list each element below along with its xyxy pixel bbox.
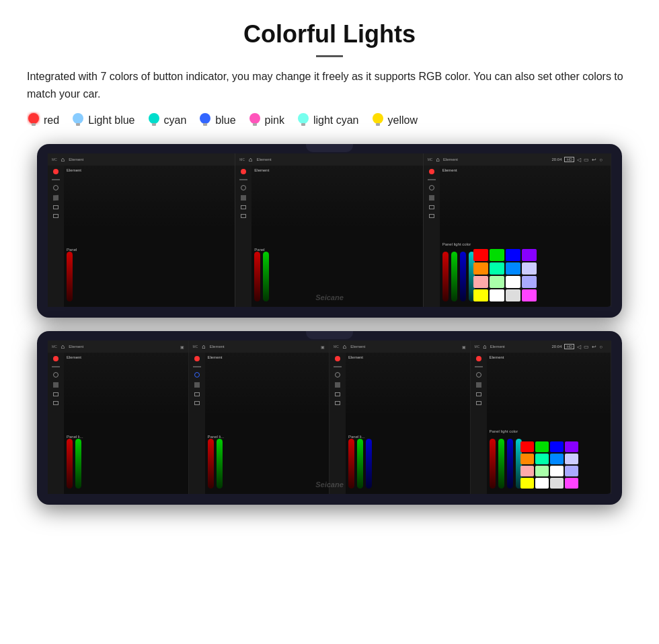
- title-section: Colorful Lights: [27, 20, 632, 57]
- sp-main-1: Element Panel: [64, 166, 235, 307]
- device-bump-bottom: [306, 331, 353, 339]
- sp-body-b1: Element Panel li...: [48, 353, 188, 494]
- bg-r3c3[interactable]: [550, 466, 564, 476]
- grid-cell-r4c1[interactable]: [473, 289, 488, 301]
- sp-topbar-2: MC ⌂ Element: [235, 153, 422, 166]
- sp-topbar-b4: MC ⌂ Element 20:04 HD ◁ ▭ ↩ ○: [471, 341, 611, 353]
- grid-cell-r3c1[interactable]: [473, 276, 488, 288]
- bg-r3c1[interactable]: [520, 466, 534, 476]
- grid-cell-r4c3[interactable]: [506, 289, 520, 301]
- page-container: Colorful Lights Integrated with 7 colors…: [0, 0, 659, 545]
- grid-cell-r2c1[interactable]: [473, 262, 488, 275]
- bg-r4c2[interactable]: [535, 478, 549, 489]
- power-b1: [53, 356, 59, 361]
- bg-r3c2[interactable]: [535, 466, 549, 476]
- blue-slider-3: [460, 252, 466, 301]
- blue-b3: [366, 439, 372, 489]
- screen-panel-2: MC ⌂ Element Element Panel: [235, 153, 423, 307]
- panel-light-b4: Panel light color: [490, 429, 518, 433]
- home-c-b1: [53, 372, 59, 378]
- grid-cell-r1c4[interactable]: [522, 249, 537, 261]
- grid-cell-r3c2[interactable]: [490, 276, 504, 288]
- sp-main-2: Element Panel: [251, 166, 422, 307]
- status-time: 20:04: [551, 157, 561, 162]
- grid-cell-r1c2[interactable]: [490, 249, 504, 261]
- sp-body-b2: Element Panel li...: [189, 353, 330, 494]
- status-hd-b4: HD: [564, 344, 574, 349]
- grid-cell-r4c4[interactable]: [522, 289, 537, 301]
- screen-panel-b3: MC ⌂ Element ▣ Element: [330, 341, 471, 494]
- bg-r4c4[interactable]: [565, 478, 578, 489]
- bg-r2c1[interactable]: [520, 454, 534, 464]
- lightcyan-bulb-icon: [297, 112, 310, 129]
- status-icon-1: HD: [564, 157, 574, 162]
- back-b2: [194, 382, 200, 388]
- bg-r2c3[interactable]: [550, 454, 564, 464]
- sp-el-b2: Element: [208, 355, 327, 359]
- grid-cell-r4c2[interactable]: [490, 289, 504, 301]
- bg-r1c1[interactable]: [520, 441, 534, 452]
- color-item-lightcyan: light cyan: [297, 112, 359, 129]
- status-circ-b4: ○: [599, 344, 603, 350]
- green-b1: [75, 439, 81, 489]
- menu-line-3: [428, 179, 436, 180]
- color-label-yellow: yellow: [388, 114, 418, 127]
- menu-b3: [334, 366, 342, 367]
- home-circle-2: [241, 185, 246, 190]
- bg-r1c3[interactable]: [550, 441, 564, 452]
- back-icon-1: [53, 195, 59, 201]
- grid-cell-r2c2[interactable]: [490, 262, 504, 275]
- status-icon-5: ○: [599, 157, 603, 163]
- green-b3: [357, 439, 363, 489]
- bg-r1c4[interactable]: [565, 441, 578, 452]
- menu-b1: [52, 366, 60, 367]
- sp-sidebar-b4: [471, 353, 487, 494]
- bg-r4c3[interactable]: [550, 478, 564, 489]
- sp-main-3: Element Panel light color: [440, 166, 611, 307]
- bg-r2c2[interactable]: [535, 454, 549, 464]
- element-label-1: Element: [69, 157, 83, 162]
- nav-icon-1: [53, 205, 59, 209]
- nav-b4b: [476, 401, 481, 405]
- bg-r3c4[interactable]: [565, 466, 578, 476]
- sp-sliders-b3: [348, 439, 372, 489]
- grid-cell-r3c3[interactable]: [506, 276, 520, 288]
- title-divider: [316, 55, 343, 57]
- bg-r4c1[interactable]: [520, 478, 534, 489]
- home-icon-2: ⌂: [249, 156, 252, 163]
- bg-r2c4[interactable]: [565, 454, 578, 464]
- cyan-bulb-icon: [147, 112, 161, 129]
- color-label-blue: blue: [215, 114, 235, 127]
- svg-rect-7: [203, 123, 207, 126]
- bg-r1c2[interactable]: [535, 441, 549, 452]
- home-b4: ⌂: [483, 343, 486, 350]
- color-labels-row: red Light blue cyan blue: [27, 112, 632, 129]
- red-b4: [490, 439, 496, 489]
- color-label-cyan: cyan: [164, 114, 187, 127]
- page-title: Colorful Lights: [27, 20, 632, 48]
- sp-el-text-3: Element: [442, 168, 608, 172]
- color-item-blue: blue: [198, 112, 235, 129]
- sp-body-b3: Element Panel li...: [330, 353, 470, 494]
- svg-rect-11: [301, 123, 305, 126]
- color-label-lightblue: Light blue: [88, 114, 134, 127]
- sp-main-b2: Element Panel li...: [205, 353, 330, 494]
- grid-cell-r1c3[interactable]: [506, 249, 520, 261]
- grid-cell-r2c3[interactable]: [506, 262, 520, 275]
- grid-cell-r2c4[interactable]: [522, 262, 537, 275]
- status-time-b4: 20:04: [551, 345, 561, 349]
- description-text: Integrated with 7 colors of button indic…: [27, 68, 632, 102]
- top-screens-row: MC ⌂ Element Element Panel: [48, 153, 611, 307]
- mc-label-3: MC: [428, 157, 433, 162]
- grid-cell-r1c1[interactable]: [473, 249, 488, 261]
- sp-sidebar-1: [48, 166, 64, 307]
- color-label-pink: pink: [265, 114, 284, 127]
- home-c-b2: [194, 372, 200, 378]
- grid-cell-r3c4[interactable]: [522, 276, 537, 288]
- nav-b2b: [194, 401, 200, 405]
- nav-b4a: [476, 392, 481, 396]
- home-icon-1: ⌂: [61, 156, 65, 163]
- mc-label-1: MC: [52, 157, 57, 162]
- svg-rect-1: [32, 123, 36, 126]
- sp-el-b1: Element: [67, 355, 186, 359]
